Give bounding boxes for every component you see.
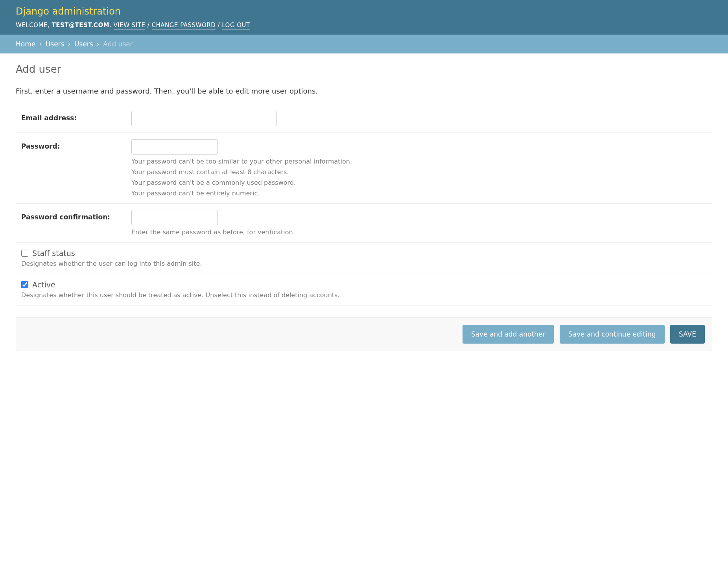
breadcrumb-model[interactable]: Users	[74, 40, 93, 48]
password-label: Password:	[21, 139, 131, 150]
password-confirm-row: Password confirmation: Enter the same pa…	[16, 204, 712, 243]
user-email: TEST@TEST.COM	[52, 22, 109, 29]
active-label[interactable]: Active	[32, 280, 55, 289]
password-help: Your password can't be too similar to yo…	[131, 158, 712, 197]
breadcrumb: Home › Users › Users › Add user	[0, 35, 728, 53]
password-confirm-label: Password confirmation:	[21, 210, 131, 221]
staff-status-help: Designates whether the user can log into…	[21, 260, 712, 267]
page-intro: First, enter a username and password. Th…	[16, 87, 712, 95]
active-checkbox[interactable]	[21, 281, 28, 288]
active-row: Active Designates whether this user shou…	[16, 274, 712, 305]
breadcrumb-home[interactable]: Home	[16, 40, 35, 48]
logout-link[interactable]: Log out	[222, 22, 250, 29]
staff-status-row: Staff status Designates whether the user…	[16, 243, 712, 274]
site-title-link[interactable]: Django administration	[16, 6, 121, 17]
email-row: Email address:	[16, 105, 712, 133]
password-row: Password: Your password can't be too sim…	[16, 133, 712, 204]
branding: Django administration	[16, 6, 712, 17]
password-help-item: Your password must contain at least 8 ch…	[131, 168, 712, 176]
email-field[interactable]	[131, 111, 277, 126]
staff-status-label[interactable]: Staff status	[32, 249, 75, 258]
password-field[interactable]	[131, 139, 218, 155]
password-confirm-field[interactable]	[131, 210, 218, 225]
page-title: Add user	[16, 63, 712, 75]
email-label: Email address:	[21, 111, 131, 122]
breadcrumb-app[interactable]: Users	[46, 40, 65, 48]
save-continue-button[interactable]: Save and continue editing	[560, 325, 665, 344]
password-confirm-help: Enter the same password as before, for v…	[131, 228, 712, 236]
password-help-item: Your password can't be entirely numeric.	[131, 190, 712, 197]
user-tools: Welcome, TEST@TEST.COM. View site / Chan…	[16, 22, 712, 29]
staff-status-checkbox[interactable]	[21, 250, 28, 257]
admin-header: Django administration Welcome, TEST@TEST…	[0, 0, 728, 35]
save-add-another-button[interactable]: Save and add another	[463, 325, 554, 344]
submit-row: Save and add another Save and continue e…	[16, 317, 712, 351]
welcome-prefix: Welcome,	[16, 22, 50, 29]
change-password-link[interactable]: Change password	[152, 22, 216, 29]
save-button[interactable]: SAVE	[670, 325, 705, 344]
active-help: Designates whether this user should be t…	[21, 291, 712, 299]
view-site-link[interactable]: View site	[114, 22, 146, 29]
breadcrumb-current: Add user	[103, 40, 133, 48]
password-help-item: Your password can't be too similar to yo…	[131, 158, 712, 165]
content: Add user First, enter a username and pas…	[0, 53, 728, 367]
password-help-item: Your password can't be a commonly used p…	[131, 179, 712, 186]
